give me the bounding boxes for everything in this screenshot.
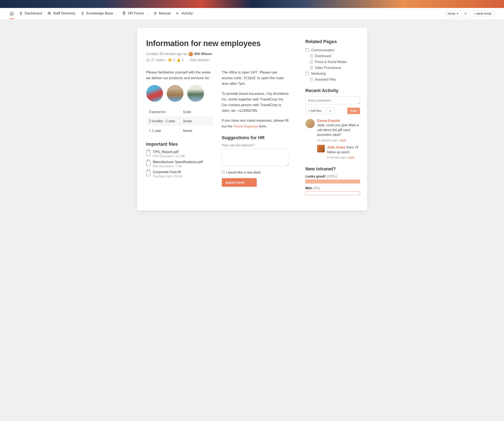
doc-icon bbox=[310, 60, 313, 64]
emoji-icon: ☺ bbox=[329, 109, 332, 112]
add-files-button[interactable]: + Add files bbox=[306, 107, 324, 114]
nav-label: Dashboard bbox=[25, 11, 42, 16]
home-icon bbox=[10, 11, 14, 16]
comment: Emma Enqvist Jada, could you give Mark a… bbox=[306, 119, 360, 142]
thumbnail-buildings bbox=[167, 85, 184, 102]
post-button[interactable]: Post bbox=[347, 108, 360, 114]
related-tree: Communication Dashboard Press & Social M… bbox=[306, 47, 360, 82]
comment-author[interactable]: Jada Jones bbox=[327, 146, 345, 149]
nav: Dashboard Staff Directory Knowledge Base… bbox=[10, 8, 445, 19]
doc-icon bbox=[310, 78, 313, 81]
nav-manual[interactable]: Manual bbox=[153, 8, 171, 19]
intro-text: Please familiarize yourself with the are… bbox=[146, 69, 213, 81]
page-meta: Created 29 minutes ago by Will Wilson. bbox=[146, 52, 289, 56]
page-title: Information for new employees bbox=[146, 39, 289, 48]
nav-label: Manual bbox=[159, 11, 171, 16]
nav-home[interactable] bbox=[10, 8, 14, 19]
improve-textarea[interactable] bbox=[222, 149, 289, 166]
eye-icon bbox=[146, 59, 150, 61]
thumbnail-bridge bbox=[146, 85, 163, 102]
pencil-icon bbox=[464, 12, 467, 16]
table-header: Experience bbox=[146, 108, 180, 116]
clipboard-icon bbox=[122, 11, 126, 16]
access-code: fr1end bbox=[242, 76, 256, 80]
files-heading: Important files bbox=[146, 141, 213, 147]
author-avatar bbox=[188, 52, 193, 56]
file-item[interactable]: TPS_Report.pdf PDF Document • 0.2 MB bbox=[146, 150, 213, 158]
avatar bbox=[306, 119, 315, 128]
reply-link[interactable]: reply bbox=[348, 156, 354, 159]
topbar: Dashboard Staff Directory Knowledge Base… bbox=[0, 8, 504, 20]
chevron-down-icon: ⌄ bbox=[146, 12, 148, 15]
table-row: > 1 year Senior bbox=[146, 126, 213, 136]
file-name: Manufacturer Specifications.pdf bbox=[153, 160, 203, 164]
clap-count: 2 bbox=[173, 58, 175, 62]
checkbox-label: I would like a new desk bbox=[226, 171, 261, 174]
chevron-down-icon: ⌄ bbox=[251, 181, 253, 184]
nav-label: Knowledge Base bbox=[86, 11, 113, 16]
reply-link[interactable]: reply bbox=[340, 139, 346, 142]
comment-time: 9 minutes ago bbox=[327, 156, 346, 159]
nav-staff-directory[interactable]: Staff Directory bbox=[47, 8, 75, 19]
improve-label: How can we improve? bbox=[222, 143, 289, 147]
thumbnail-coast bbox=[187, 85, 204, 102]
poll-option[interactable]: Looks good! (100%) bbox=[306, 175, 360, 183]
file-meta: TrueType Font • 55 KB bbox=[153, 175, 182, 178]
tree-doc-assorted[interactable]: Assorted Files bbox=[306, 77, 360, 82]
svg-point-3 bbox=[82, 12, 84, 14]
nav-knowledge-base[interactable]: Knowledge Base ⌄ bbox=[81, 8, 117, 19]
person-icon bbox=[153, 11, 157, 16]
people-icon bbox=[47, 11, 51, 16]
pin-icon bbox=[19, 11, 23, 16]
clap-icon[interactable]: 👏 bbox=[168, 58, 172, 62]
suggestions-heading: Suggestions for HR bbox=[222, 135, 289, 140]
emoji-button[interactable]: ☺ bbox=[326, 107, 335, 114]
new-desk-checkbox[interactable] bbox=[222, 171, 224, 174]
folder-icon bbox=[306, 72, 309, 75]
tree-folder-communication[interactable]: Communication bbox=[306, 47, 360, 53]
edit-button[interactable] bbox=[462, 10, 470, 17]
file-item[interactable]: Manufacturer Specifications.pdf PDF Docu… bbox=[146, 160, 213, 168]
nav-dashboard[interactable]: Dashboard bbox=[19, 8, 42, 19]
experience-table: Experience Scale 2 months - 1 year Junio… bbox=[146, 108, 213, 136]
comment-author[interactable]: Emma Enqvist bbox=[317, 119, 360, 123]
tree-doc-dashboard[interactable]: Dashboard bbox=[306, 53, 360, 59]
file-name: TPS_Report.pdf bbox=[153, 150, 185, 154]
add-reaction-link[interactable]: - Add reaction.. bbox=[188, 58, 211, 62]
poll-heading: New intranet? bbox=[306, 166, 360, 172]
file-icon bbox=[146, 171, 150, 176]
table-row: 2 months - 1 year Junior bbox=[146, 116, 213, 126]
thumbsup-icon[interactable]: 👍 bbox=[176, 58, 180, 62]
travel-expense-link[interactable]: Travel Expense bbox=[234, 124, 258, 128]
page-dropdown-button[interactable]: PAGE ▼ bbox=[445, 10, 462, 17]
nav-activity[interactable]: Activity bbox=[175, 8, 193, 19]
nav-label: HR Forms bbox=[128, 11, 144, 16]
recent-activity-heading: Recent Activity bbox=[306, 88, 360, 93]
topbar-actions: PAGE ▼ + NEW PAGE bbox=[445, 10, 494, 17]
office-paragraph: The office is open 24/7. Please use acce… bbox=[222, 69, 289, 87]
new-page-button[interactable]: + NEW PAGE bbox=[472, 10, 494, 17]
hero-banner bbox=[0, 0, 504, 8]
insurance-paragraph: To provide travel insurance, City Archit… bbox=[222, 91, 289, 114]
poll-option[interactable]: Meh (0%) bbox=[306, 186, 360, 195]
comment-text: Jada, could you give Mark a call about t… bbox=[317, 123, 360, 137]
expense-paragraph: If you have any travel expenses, please … bbox=[222, 118, 289, 129]
area-thumbnails bbox=[146, 85, 213, 102]
tree-folder-marketing[interactable]: Marketing bbox=[306, 71, 360, 77]
related-pages-heading: Related Pages bbox=[306, 39, 360, 44]
tree-doc-press[interactable]: Press & Social Media bbox=[306, 59, 360, 65]
table-header: Scale bbox=[180, 108, 213, 116]
submit-form-button[interactable]: Submit form! ⌄ bbox=[222, 178, 257, 187]
file-meta: PDF Document • 0.2 MB bbox=[153, 154, 185, 158]
views-count: 27 views bbox=[151, 58, 164, 62]
svg-point-2 bbox=[49, 12, 50, 13]
comment-reply: Jada Jones Sure, I'll follow up soon! 9 … bbox=[317, 145, 360, 159]
folder-icon bbox=[306, 49, 309, 52]
file-item[interactable]: Corporate Font.ttf TrueType Font • 55 KB bbox=[146, 170, 213, 178]
nav-hr-forms[interactable]: HR Forms ⌄ bbox=[122, 8, 148, 19]
author-name: Will Wilson bbox=[194, 52, 212, 56]
file-icon bbox=[146, 161, 150, 166]
tree-doc-sales[interactable]: Sales Procedures bbox=[306, 65, 360, 71]
comment-input[interactable] bbox=[306, 96, 360, 104]
thumb-count: 1 bbox=[182, 58, 184, 62]
